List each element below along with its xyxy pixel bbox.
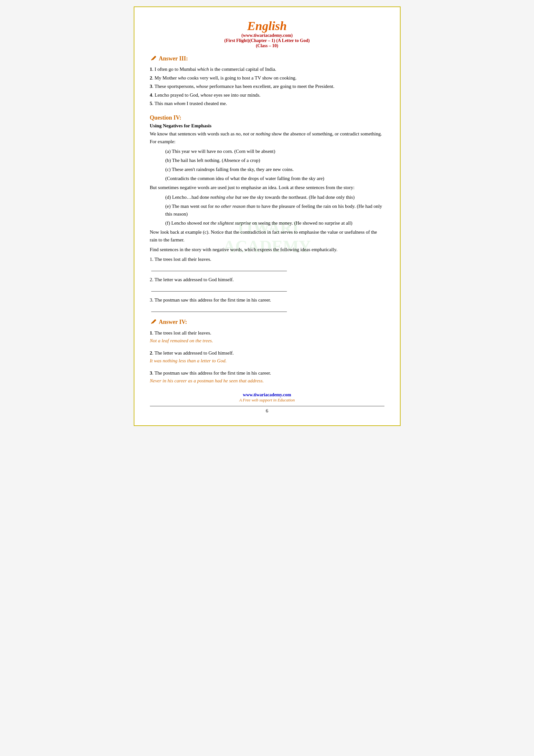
answer4-item-3: 3. The postman saw this address for the … (150, 369, 384, 385)
fill-line-1 (151, 263, 287, 271)
question4-intro: We know that sentences with words such a… (150, 130, 384, 146)
answer4-item-2: 2. The letter was addressed to God himse… (150, 349, 384, 364)
find-text: Find sentences in the story with negativ… (150, 246, 384, 254)
answer4-item-1-answer: Not a leaf remained on the trees. (150, 338, 213, 343)
answer3-item-5: 5. This man whom I trusted cheated me. (150, 100, 384, 107)
answer3-list: 1. I often go to Mumbai which is the com… (150, 66, 384, 107)
middle-text: But sometimes negative words are used ju… (150, 184, 384, 191)
fill-line-2 (151, 284, 287, 291)
answer3-item-2: 2. My Mother who cooks very well, is goi… (150, 74, 384, 82)
look-back-text: Now look back at example (c). Notice tha… (150, 228, 384, 244)
example-b: (b) The hail has left nothing. (Absence … (165, 156, 384, 164)
question4-subheading: Using Negatives for Emphasis (150, 123, 384, 129)
page-footer: www.tiwariacademy.com A Free web support… (150, 392, 384, 403)
answer3-item-1: 1. I often go to Mumbai which is the com… (150, 66, 384, 73)
fill-line-3 (151, 304, 287, 312)
answer3-item-3: 3. These sportspersons, whose performanc… (150, 83, 384, 90)
example-f: (f) Lencho showed not the slightest surp… (165, 219, 384, 227)
page-number: 6 (150, 406, 384, 414)
example-e: (e) The man went out for no other reason… (165, 202, 384, 218)
answer4-item-1: 1. The trees lost all their leaves. Not … (150, 329, 384, 344)
header-line1: (www.tiwariacademy.com) (150, 33, 384, 38)
question4-q2: 2. The letter was addressed to God himse… (150, 276, 384, 291)
pencil-icon-2 (150, 318, 157, 326)
page-header: English (www.tiwariacademy.com) (First F… (150, 19, 384, 48)
page-title: English (150, 19, 384, 33)
header-line2: (First Flight)(Chapter – 1) (A Letter to… (150, 38, 384, 43)
example-c2: (Contradicts the common idea of what the… (165, 175, 384, 182)
answer3-heading: Answer III: (150, 54, 384, 63)
question4-heading: Question IV: (150, 114, 384, 121)
answer4-heading: Answer IV: (150, 318, 384, 326)
answer3-item-4: 4. Lencho prayed to God, whose eyes see … (150, 92, 384, 99)
question4-q1: 1. The trees lost all their leaves. (150, 255, 384, 271)
example-a: (a) This year we will have no corn. (Cor… (165, 148, 384, 155)
example-d: (d) Lencho…had done nothing else but see… (165, 193, 384, 201)
answer4-item-3-answer: Never in his career as a postman had he … (150, 378, 264, 383)
pencil-icon (150, 54, 157, 63)
footer-tagline: A Free web support in Education (150, 397, 384, 403)
example-c: (c) These aren't raindrops falling from … (165, 166, 384, 173)
question4-q3: 3. The postman saw this address for the … (150, 296, 384, 312)
answer4-item-2-answer: It was nothing less than a letter to God… (150, 358, 227, 363)
footer-url: www.tiwariacademy.com (150, 392, 384, 397)
header-line3: (Class – 10) (150, 43, 384, 48)
